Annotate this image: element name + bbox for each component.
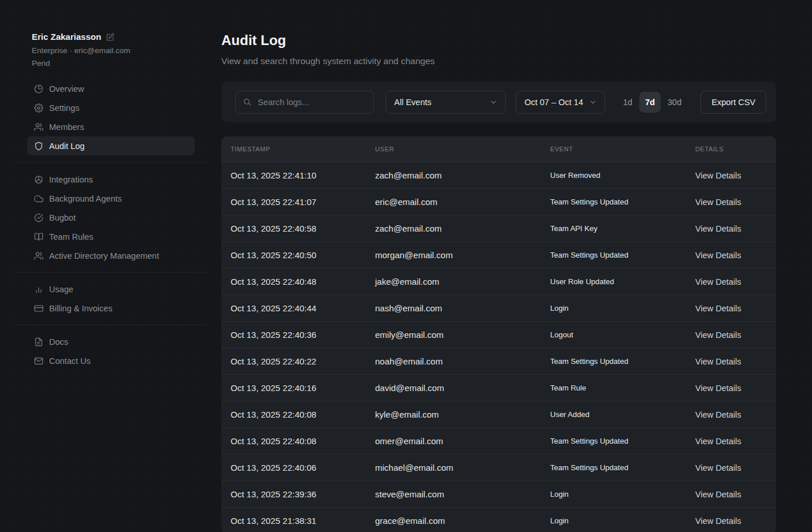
view-details-link[interactable]: View Details [695,224,776,233]
view-details-link[interactable]: View Details [695,171,776,180]
cell-event: Team Settings Updated [550,198,695,206]
table-row: Oct 13, 2025 22:39:36 steve@email.com Lo… [221,481,776,507]
edit-profile-button[interactable] [106,33,114,41]
sidebar-item-settings[interactable]: Settings [27,98,195,117]
sidebar-item-docs[interactable]: Docs [27,332,195,351]
pie-chart-icon [34,84,43,94]
sidebar-item-label: Usage [49,285,73,294]
table-row: Oct 13, 2025 22:40:50 morgan@email.com T… [221,241,776,268]
cell-timestamp: Oct 13, 2025 22:40:08 [231,410,375,419]
sidebar-item-bugbot[interactable]: Bugbot [27,208,195,227]
shield-icon [34,142,43,151]
range-preset-30d[interactable]: 30d [662,92,687,113]
sidebar-item-integrations[interactable]: Integrations [27,170,195,189]
view-details-link[interactable]: View Details [695,516,776,526]
cell-user: grace@email.com [375,516,550,526]
integrations-icon [34,175,43,184]
table-row: Oct 13, 2025 22:40:44 nash@email.com Log… [221,295,776,321]
export-csv-button[interactable]: Export CSV [700,91,766,114]
cell-timestamp: Oct 13, 2025 22:40:50 [231,250,375,260]
column-header-timestamp: TIMESTAMP [231,146,375,152]
cell-event: Team Settings Updated [550,357,695,366]
user-block: Eric Zakariasson Enterprise · eric@email… [27,31,195,69]
date-range-value: Oct 07 – Oct 14 [524,98,583,107]
cell-event: Team Settings Updated [550,463,695,472]
filter-bar: All Events Oct 07 – Oct 14 1d7d30d Expor… [221,81,776,122]
view-details-link[interactable]: View Details [695,330,776,340]
date-range-button[interactable]: Oct 07 – Oct 14 [516,91,605,114]
sidebar-item-members[interactable]: Members [27,117,195,136]
search-input[interactable] [258,98,366,107]
view-details-link[interactable]: View Details [695,357,776,366]
cell-user: eric@email.com [375,197,550,207]
view-details-link[interactable]: View Details [695,490,776,499]
members-icon [34,122,43,132]
page-title: Audit Log [221,32,776,49]
sidebar-item-label: Docs [49,337,68,347]
range-preset-1d[interactable]: 1d [617,92,638,113]
directory-icon [34,251,43,261]
page-subtitle: View and search through system activity … [221,55,776,67]
view-details-link[interactable]: View Details [695,304,776,313]
gear-icon [34,103,43,113]
sidebar-item-label: Members [49,122,84,132]
sidebar-item-team-rules[interactable]: Team Rules [27,227,195,246]
sidebar-item-usage[interactable]: Usage [27,280,195,299]
sidebar-item-contact-us[interactable]: Contact Us [27,351,195,370]
cell-event: Logout [550,330,695,339]
search-box[interactable] [235,91,374,114]
sidebar-item-overview[interactable]: Overview [27,79,195,98]
cell-user: emily@email.com [375,330,550,340]
chevron-down-icon [589,98,597,106]
cell-event: Team API Key [550,224,695,233]
sidebar-item-label: Settings [49,103,79,113]
cell-timestamp: Oct 13, 2025 22:39:36 [231,489,375,499]
cell-timestamp: Oct 13, 2025 22:40:06 [231,463,375,473]
sidebar-item-active-directory-management[interactable]: Active Directory Management [27,246,195,265]
table-row: Oct 13, 2025 22:40:48 jake@email.com Use… [221,268,776,295]
table-row: Oct 13, 2025 22:40:08 omer@email.com Tea… [221,427,776,454]
sidebar: Eric Zakariasson Enterprise · eric@email… [0,0,209,370]
event-filter-select[interactable]: All Events [385,91,506,114]
cell-timestamp: Oct 13, 2025 21:38:31 [231,516,375,526]
cell-event: Team Rule [550,384,695,392]
sidebar-nav: Overview Settings Members Audit Log Inte… [27,79,195,370]
table-header: TIMESTAMP USER EVENT DETAILS [221,136,776,162]
view-details-link[interactable]: View Details [695,384,776,393]
cell-event: User Removed [550,171,695,180]
view-details-link[interactable]: View Details [695,251,776,260]
check-circle-icon [34,213,43,222]
table-row: Oct 13, 2025 22:40:22 noah@email.com Tea… [221,348,776,374]
column-header-event: EVENT [550,146,695,152]
sidebar-item-background-agents[interactable]: Background Agents [27,189,195,208]
view-details-link[interactable]: View Details [695,277,776,287]
view-details-link[interactable]: View Details [695,463,776,473]
cell-user: jake@email.com [375,277,550,287]
view-details-link[interactable]: View Details [695,198,776,207]
cell-timestamp: Oct 13, 2025 22:40:44 [231,303,375,313]
view-details-link[interactable]: View Details [695,410,776,419]
cell-user: kyle@email.com [375,410,550,419]
range-preset-7d[interactable]: 7d [639,92,661,113]
sidebar-item-audit-log[interactable]: Audit Log [27,136,195,155]
cell-user: david@email.com [375,383,550,393]
cell-user: zach@email.com [375,170,550,180]
cell-user: nash@email.com [375,303,550,313]
cell-timestamp: Oct 13, 2025 22:40:16 [231,383,375,393]
view-details-link[interactable]: View Details [695,437,776,446]
cell-event: Team Settings Updated [550,251,695,259]
cell-user: michael@email.com [375,463,550,473]
cell-event: Team Settings Updated [550,437,695,445]
cell-user: zach@email.com [375,224,550,233]
cell-event: Login [550,490,695,498]
user-org: Pend [32,58,195,69]
sidebar-item-billing-invoices[interactable]: Billing & Invoices [27,299,195,318]
cell-event: User Role Updated [550,277,695,286]
table-row: Oct 13, 2025 22:40:16 david@email.com Te… [221,374,776,401]
sidebar-divider [14,325,207,325]
sidebar-item-label: Overview [49,84,84,94]
cell-event: Login [550,516,695,525]
cell-user: morgan@email.com [375,250,550,260]
sidebar-item-label: Contact Us [49,356,91,366]
table-row: Oct 13, 2025 21:38:31 grace@email.com Lo… [221,507,776,532]
